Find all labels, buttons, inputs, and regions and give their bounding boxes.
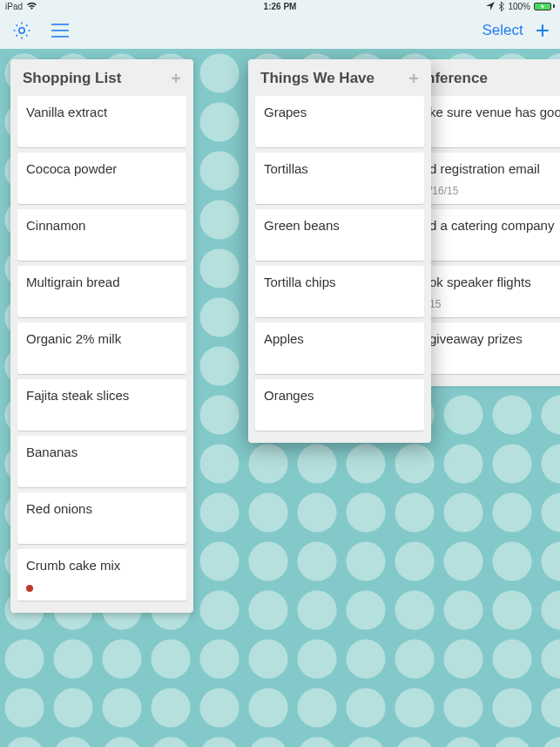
select-button[interactable]: Select bbox=[482, 22, 523, 39]
card[interactable]: Multigrain bread bbox=[17, 266, 186, 317]
list-conference[interactable]: nference ke sure venue has good i d regi… bbox=[414, 59, 560, 386]
card[interactable]: ke sure venue has good i bbox=[421, 96, 560, 147]
list-title: nference bbox=[426, 70, 488, 87]
card[interactable]: Cococa powder bbox=[17, 153, 186, 204]
card[interactable]: Fajita steak slices bbox=[17, 379, 186, 431]
card[interactable]: Tortilla chips bbox=[255, 266, 424, 317]
card[interactable]: Bananas bbox=[17, 436, 186, 487]
device-label: iPad bbox=[5, 2, 23, 11]
menu-button[interactable] bbox=[49, 19, 71, 42]
card[interactable]: Crumb cake mix bbox=[17, 549, 186, 601]
card[interactable]: Tortillas bbox=[255, 153, 424, 204]
boards-area: nference ke sure venue has good i d regi… bbox=[0, 49, 560, 747]
settings-button[interactable] bbox=[10, 19, 33, 42]
add-card-button[interactable]: + bbox=[408, 72, 419, 85]
battery-icon bbox=[534, 3, 555, 10]
card[interactable]: Oranges bbox=[255, 379, 424, 431]
list-title: Things We Have bbox=[260, 70, 374, 87]
card[interactable]: Red onions bbox=[17, 492, 186, 544]
add-button[interactable]: + bbox=[536, 22, 550, 39]
label-dot bbox=[26, 585, 33, 592]
card[interactable]: Grapes bbox=[255, 96, 424, 147]
location-icon bbox=[486, 2, 495, 10]
card[interactable]: Green beans bbox=[255, 209, 424, 261]
menu-icon bbox=[51, 23, 70, 38]
card[interactable]: Cinnamon bbox=[17, 209, 186, 261]
list-have[interactable]: Things We Have + Grapes Tortillas Green … bbox=[248, 59, 431, 443]
battery-pct: 100% bbox=[508, 2, 530, 11]
card[interactable]: Organic 2% milk bbox=[17, 323, 186, 374]
card[interactable]: giveaway prizes bbox=[421, 323, 560, 374]
list-title: Shopping List bbox=[23, 70, 121, 87]
add-card-button[interactable]: + bbox=[171, 72, 181, 85]
toolbar: Select + bbox=[0, 12, 560, 49]
wifi-icon bbox=[26, 2, 37, 10]
card[interactable]: Vanilla extract bbox=[17, 96, 186, 147]
clock: 1:26 PM bbox=[264, 2, 297, 11]
card[interactable]: d registration email/16/15 bbox=[421, 153, 560, 204]
gear-icon bbox=[11, 20, 32, 41]
list-shopping[interactable]: Shopping List + Vanilla extract Cococa p… bbox=[10, 59, 193, 613]
bluetooth-icon bbox=[498, 2, 504, 11]
svg-point-0 bbox=[19, 28, 24, 33]
card[interactable]: d a catering company bbox=[421, 209, 560, 261]
card[interactable]: ok speaker flights15 bbox=[421, 266, 560, 317]
status-bar: iPad 1:26 PM 100% bbox=[0, 0, 560, 12]
card[interactable]: Apples bbox=[255, 323, 424, 374]
